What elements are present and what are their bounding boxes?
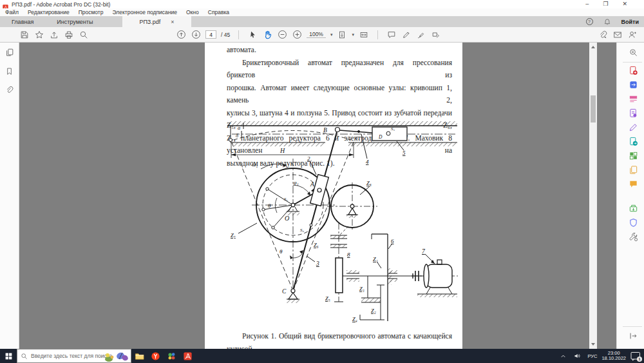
search-box-art — [104, 350, 129, 363]
tab-tools-label: Инструменты — [57, 19, 93, 25]
zoom-in-icon[interactable] — [292, 30, 302, 40]
menu-help[interactable]: Справка — [208, 9, 229, 15]
search-tools-icon[interactable] — [625, 48, 641, 59]
menu-edit[interactable]: Редактирование — [28, 9, 70, 15]
taskbar-search-placeholder: Введите здесь текст для поиска — [31, 353, 112, 359]
fit-page-icon[interactable] — [337, 30, 347, 40]
more-tools-icon[interactable] — [625, 232, 641, 244]
previous-page-icon[interactable] — [176, 30, 186, 40]
menu-view[interactable]: Просмотр — [79, 9, 104, 15]
edit-pdf-icon[interactable] — [625, 94, 641, 106]
help-icon[interactable]: ? — [586, 18, 593, 25]
add-user-icon[interactable] — [627, 30, 638, 40]
figure-label-Z8: Z₈ — [366, 180, 372, 186]
figure-label-2: 2 — [307, 155, 310, 162]
figure-label-6: 6 — [391, 238, 394, 244]
zoom-caret-icon[interactable]: ▾ — [330, 32, 333, 37]
hand-tool-icon[interactable] — [262, 30, 272, 40]
figure-label-Z3: Z₃ — [359, 286, 365, 292]
sign-in-button[interactable]: Войти — [621, 19, 639, 25]
export-pdf-icon[interactable] — [625, 80, 641, 92]
vertical-scrollbar[interactable] — [589, 43, 597, 349]
language-indicator[interactable]: РУС — [587, 353, 597, 359]
comment-icon[interactable] — [386, 30, 397, 40]
highlight-pencil-icon[interactable] — [401, 30, 412, 40]
start-button[interactable] — [0, 349, 17, 363]
fill-sign-icon[interactable] — [625, 123, 641, 134]
figure-label-phi1: φ₁ — [294, 179, 299, 186]
app-shortcut-icon[interactable] — [164, 349, 180, 363]
create-pdf-icon[interactable] — [625, 66, 641, 77]
maximize-button[interactable]: ❐ — [603, 0, 608, 8]
text-line: автомата. — [227, 44, 452, 57]
scroll-down-icon[interactable] — [591, 343, 595, 346]
scrollbar-thumb[interactable] — [591, 95, 596, 123]
notification-center-icon[interactable]: 1 — [630, 351, 641, 361]
next-page-icon[interactable] — [191, 30, 201, 40]
email-icon[interactable] — [612, 30, 623, 40]
fit-width-icon[interactable] — [359, 30, 369, 40]
scroll-up-icon[interactable] — [591, 46, 595, 48]
acrobat-window: РПЗ.pdf - Adobe Acrobat Pro DC (32-bit) … — [0, 0, 644, 363]
figure-label-D: D — [378, 134, 383, 140]
organize-file-icon[interactable] — [625, 108, 641, 120]
file-explorer-icon[interactable] — [131, 349, 147, 363]
bookmarks-icon[interactable] — [5, 66, 15, 76]
menu-bar: Файл Редактирование Просмотр Электронное… — [0, 8, 644, 16]
protect-pdf-icon[interactable] — [625, 218, 641, 230]
minimize-button[interactable]: – — [585, 0, 589, 8]
pdf-page: автомата. Брикетировочный автомат предна… — [205, 43, 462, 349]
page-count-label: / 45 — [221, 32, 230, 38]
tab-home-label: Главная — [12, 19, 33, 25]
star-icon[interactable] — [34, 30, 44, 40]
acrobat-taskbar-icon[interactable] — [180, 349, 196, 363]
tab-document[interactable]: РПЗ.pdf × — [122, 16, 191, 27]
stamp-tool-icon[interactable] — [431, 30, 441, 40]
taskbar-search-input[interactable]: Введите здесь текст для поиска — [17, 349, 131, 363]
clock[interactable]: 23:00 18.10.2022 — [601, 351, 626, 361]
main-area: автомата. Брикетировочный автомат предна… — [0, 43, 644, 349]
attachments-icon[interactable] — [5, 84, 15, 95]
scan-ocr-icon[interactable] — [625, 204, 641, 215]
volume-icon[interactable] — [573, 351, 583, 361]
page-thumbnails-icon[interactable] — [5, 47, 15, 57]
print-icon[interactable] — [64, 30, 74, 40]
menu-esign[interactable]: Электронное подписание — [113, 9, 177, 15]
fit-page-caret-icon[interactable]: ▾ — [352, 32, 354, 37]
zoom-level-select[interactable]: 100% — [307, 31, 326, 38]
zoom-out-icon[interactable] — [277, 30, 287, 40]
send-for-comments-icon[interactable] — [625, 137, 641, 148]
save-icon[interactable] — [19, 30, 30, 40]
figure-caption: Рисунок 1. Общий вид брикетировочного ав… — [227, 330, 452, 349]
tab-close-icon[interactable]: × — [171, 19, 174, 25]
caption-line: кулисой. — [227, 343, 452, 349]
share-link-icon[interactable] — [598, 30, 608, 40]
tab-tools[interactable]: Инструменты — [45, 16, 104, 27]
combine-files-icon[interactable] — [625, 151, 641, 162]
figure-label-B: B — [323, 127, 327, 133]
document-canvas[interactable]: автомата. Брикетировочный автомат предна… — [19, 43, 609, 349]
tab-home[interactable]: Главная — [0, 16, 45, 27]
open-tools-pane-icon[interactable] — [625, 331, 641, 343]
copy-pages-icon[interactable] — [625, 165, 641, 177]
figure-label-C: C — [282, 288, 287, 295]
figure-label-theta1: θ — [268, 202, 271, 209]
figure-label-H: H — [279, 147, 285, 154]
signature-icon[interactable] — [416, 30, 426, 40]
bell-icon[interactable] — [602, 17, 612, 27]
hidden-icons-chevron[interactable] — [558, 351, 568, 361]
windows-taskbar: Введите здесь текст для поиска РУС 23:00… — [0, 349, 644, 363]
menu-file[interactable]: Файл — [5, 9, 19, 15]
share-upload-icon[interactable] — [49, 30, 59, 40]
figure-mechanism-drawing: a δ B S₄ S₅ D 5 4 H ω₁ φ₁ A 2 S₁ — [222, 121, 460, 331]
tools-panel — [597, 43, 644, 349]
yandex-browser-icon[interactable] — [147, 349, 164, 363]
menu-window[interactable]: Окно — [186, 9, 199, 15]
current-page-input[interactable]: 4 — [205, 30, 216, 39]
comment-tool-icon[interactable] — [625, 179, 641, 191]
close-button[interactable]: ✕ — [622, 0, 627, 8]
figure-label-7: 7 — [422, 248, 426, 255]
select-tool-icon[interactable] — [247, 30, 258, 40]
title-bar: РПЗ.pdf - Adobe Acrobat Pro DC (32-bit) … — [0, 0, 644, 8]
search-icon[interactable] — [79, 30, 89, 40]
